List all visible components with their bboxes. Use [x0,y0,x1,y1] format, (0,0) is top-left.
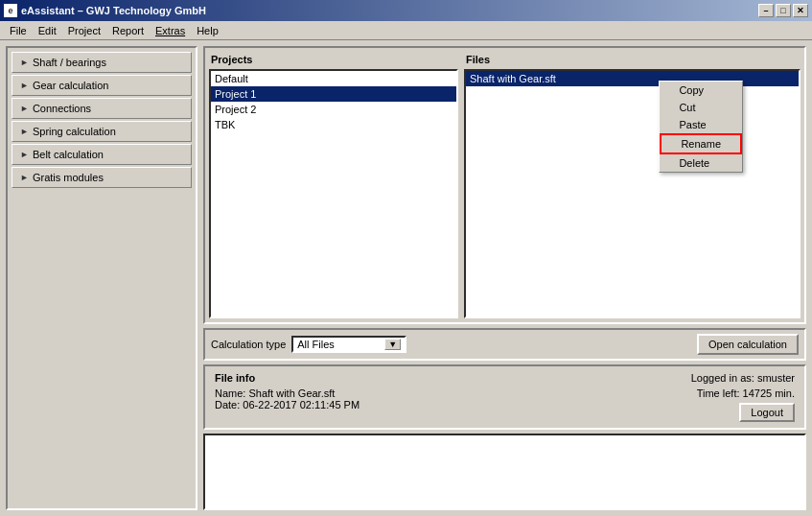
date-value: 06-22-2017 02:11:45 PM [243,399,360,410]
list-item[interactable]: Shaft with Gear.sft [466,71,799,86]
logout-button[interactable]: Logout [739,403,795,422]
sidebar-label-spring-calculation: Spring calculation [33,126,116,137]
name-value: Shaft with Gear.sft [248,387,335,399]
context-menu: Copy Cut Paste Rename Delete [659,81,743,173]
list-item[interactable]: Project 1 [211,86,456,102]
context-menu-rename[interactable]: Rename [660,133,742,154]
files-section: Files Shaft with Gear.sft Copy Cut Paste… [464,52,800,318]
arrow-icon: ► [20,58,29,67]
window-title: eAssistant – GWJ Technology GmbH [21,5,206,16]
logged-in-label: Logged in as: [691,372,754,384]
notes-area[interactable] [203,434,806,510]
title-bar: e eAssistant – GWJ Technology GmbH – □ ✕ [0,0,812,21]
file-info-right: Logged in as: smuster Time left: 14725 m… [691,372,795,422]
sidebar-label-shaft-bearings: Shaft / bearings [33,57,106,68]
app-icon: e [4,4,17,17]
sidebar-item-belt-calculation[interactable]: ► Belt calculation [12,144,192,165]
context-menu-copy[interactable]: Copy [660,82,742,99]
menu-file[interactable]: File [4,23,33,38]
menu-help[interactable]: Help [191,23,224,38]
arrow-icon: ► [20,81,29,90]
context-menu-delete[interactable]: Delete [660,154,742,172]
open-calculation-button[interactable]: Open calculation [697,334,799,355]
menu-bar: File Edit Project Report Extras Help [0,21,812,40]
calc-toolbar: Calculation type All Files ▼ Open calcul… [203,328,806,361]
arrow-icon: ► [20,127,29,136]
logged-in-value: smuster [757,372,795,384]
time-left-row: Time left: 14725 min. [697,387,795,399]
sidebar: ► Shaft / bearings ► Gear calculation ► … [6,46,197,510]
file-info-label: File info [215,372,360,384]
file-name-row: Name: Shaft with Gear.sft [215,387,360,399]
app-icon-text: e [8,6,12,15]
title-bar-left: e eAssistant – GWJ Technology GmbH [4,4,206,17]
projects-section: Projects Default Project 1 Project 2 TBK [209,52,458,318]
sidebar-item-shaft-bearings[interactable]: ► Shaft / bearings [12,52,192,73]
files-label: Files [464,52,800,67]
menu-report[interactable]: Report [106,23,150,38]
arrow-icon: ► [20,150,29,159]
maximize-button[interactable]: □ [776,4,791,17]
close-button[interactable]: ✕ [793,4,808,17]
name-label: Name: [215,387,245,399]
title-buttons: – □ ✕ [758,4,808,17]
list-item[interactable]: Project 2 [211,102,456,117]
dropdown-arrow-icon[interactable]: ▼ [384,339,401,350]
sidebar-item-connections[interactable]: ► Connections [12,98,192,119]
sidebar-label-connections: Connections [33,103,91,114]
arrow-icon: ► [20,104,29,113]
menu-project[interactable]: Project [62,23,106,38]
menu-extras[interactable]: Extras [150,23,191,38]
arrow-icon: ► [20,173,29,182]
sidebar-label-belt-calculation: Belt calculation [33,149,104,160]
minimize-button[interactable]: – [758,4,774,17]
projects-files-panel: Projects Default Project 1 Project 2 TBK… [203,46,806,324]
sidebar-label-gear-calculation: Gear calculation [33,80,109,91]
list-item[interactable]: TBK [211,117,456,132]
calc-type-value: All Files [297,339,335,350]
logged-in-row: Logged in as: smuster [691,372,795,384]
sidebar-item-gratis-modules[interactable]: ► Gratis modules [12,167,192,188]
list-item[interactable]: Default [211,71,456,86]
file-info-left: File info Name: Shaft with Gear.sft Date… [215,372,360,410]
calc-type-select[interactable]: All Files ▼ [291,336,406,353]
context-menu-cut[interactable]: Cut [660,99,742,116]
date-label: Date: [215,399,240,410]
time-left-label: Time left: [697,387,740,399]
calc-type-label: Calculation type [211,339,286,350]
sidebar-item-gear-calculation[interactable]: ► Gear calculation [12,75,192,96]
sidebar-item-spring-calculation[interactable]: ► Spring calculation [12,121,192,142]
time-left-value: 14725 min. [743,387,795,399]
content-area: Projects Default Project 1 Project 2 TBK… [203,46,806,510]
files-list[interactable]: Shaft with Gear.sft [464,69,800,318]
file-date-row: Date: 06-22-2017 02:11:45 PM [215,399,360,410]
file-info-panel: File info Name: Shaft with Gear.sft Date… [203,364,806,430]
context-menu-paste[interactable]: Paste [660,116,742,133]
projects-list[interactable]: Default Project 1 Project 2 TBK [209,69,458,318]
projects-label: Projects [209,52,458,67]
sidebar-label-gratis-modules: Gratis modules [33,172,104,183]
main-container: ► Shaft / bearings ► Gear calculation ► … [0,40,812,516]
menu-edit[interactable]: Edit [33,23,62,38]
